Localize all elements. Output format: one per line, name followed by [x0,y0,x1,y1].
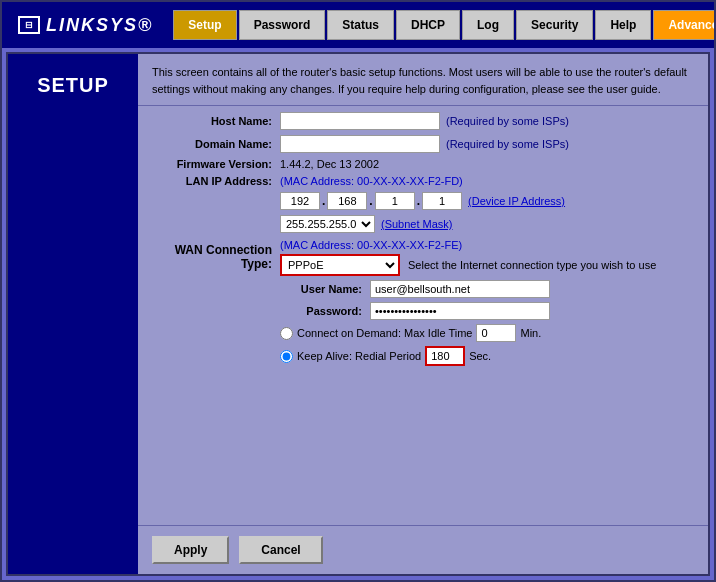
lan-ip-label-row: LAN IP Address: (MAC Address: 00-XX-XX-X… [150,175,696,187]
domain-name-hint: (Required by some ISPs) [446,138,569,150]
username-input[interactable] [370,280,550,298]
ip-octet-4[interactable] [422,192,462,210]
cancel-button[interactable]: Cancel [239,536,322,564]
subnet-mask-link[interactable]: (Subnet Mask) [381,218,453,230]
lan-ip-label: LAN IP Address: [150,175,280,187]
wan-hint: Select the Internet connection type you … [408,259,656,271]
tab-password[interactable]: Password [239,10,326,40]
tab-setup[interactable]: Setup [173,10,236,40]
ip-octet-1[interactable] [280,192,320,210]
tab-log[interactable]: Log [462,10,514,40]
keep-alive-label: Keep Alive: Redial Period [297,350,421,362]
keep-alive-unit: Sec. [469,350,491,362]
domain-name-label: Domain Name: [150,138,280,150]
lan-ip-inputs-row: . . . (Device IP Address) [280,192,696,210]
password-label: Password: [280,305,370,317]
ip-octet-3[interactable] [375,192,415,210]
keep-alive-input[interactable] [425,346,465,366]
tab-dhcp[interactable]: DHCP [396,10,460,40]
password-row: Password: [280,302,696,320]
logo-icon: ⊟ [18,16,40,34]
sidebar: SETUP [8,54,138,574]
firmware-value: 1.44.2, Dec 13 2002 [280,158,379,170]
connect-demand-radio[interactable] [280,327,293,340]
connect-demand-row: Connect on Demand: Max Idle Time Min. [280,324,696,342]
connect-demand-label: Connect on Demand: Max Idle Time [297,327,472,339]
connect-demand-unit: Min. [520,327,541,339]
lan-mac-address: (MAC Address: 00-XX-XX-XX-F2-FD) [280,175,463,187]
form-area: Host Name: (Required by some ISPs) Domai… [138,106,708,525]
subnet-row: 255.255.255.0 255.255.0.0 255.0.0.0 (Sub… [280,215,696,233]
wan-mac-address: (MAC Address: 00-XX-XX-XX-F2-FE) [280,239,696,251]
host-name-label: Host Name: [150,115,280,127]
tab-security[interactable]: Security [516,10,593,40]
top-navigation: ⊟ LINKSYS® Setup Password Status DHCP Lo… [2,2,714,48]
keep-alive-radio[interactable] [280,350,293,363]
host-name-input[interactable] [280,112,440,130]
wan-select-row: PPPoE DHCP Static IP PPPoE Select the In… [280,254,696,276]
subnet-select[interactable]: 255.255.255.0 255.255.0.0 255.0.0.0 [280,215,375,233]
firmware-row: Firmware Version: 1.44.2, Dec 13 2002 [150,158,696,170]
host-name-row: Host Name: (Required by some ISPs) [150,112,696,130]
firmware-label: Firmware Version: [150,158,280,170]
tab-advanced[interactable]: Advanced [653,10,716,40]
lan-ip-section: LAN IP Address: (MAC Address: 00-XX-XX-X… [150,175,696,233]
wan-right: (MAC Address: 00-XX-XX-XX-F2-FE) PPPoE D… [280,239,696,370]
username-row: User Name: [280,280,696,298]
description-box: This screen contains all of the router's… [138,54,708,106]
button-row: Apply Cancel [138,525,708,574]
sidebar-title: SETUP [37,74,109,97]
username-label: User Name: [280,283,370,295]
ip-address-group: . . . [280,192,462,210]
password-input[interactable] [370,302,550,320]
ip-octet-2[interactable] [327,192,367,210]
apply-button[interactable]: Apply [152,536,229,564]
wan-section: WAN Connection Type: (MAC Address: 00-XX… [150,239,696,370]
wan-type-label: WAN Connection Type: [150,239,280,271]
wan-label-row: WAN Connection Type: (MAC Address: 00-XX… [150,239,696,370]
host-name-hint: (Required by some ISPs) [446,115,569,127]
domain-name-row: Domain Name: (Required by some ISPs) [150,135,696,153]
tab-status[interactable]: Status [327,10,394,40]
description-text: This screen contains all of the router's… [152,66,687,95]
nav-tabs: Setup Password Status DHCP Log Security … [173,2,716,48]
tab-help[interactable]: Help [595,10,651,40]
wan-type-select[interactable]: PPPoE DHCP Static IP PPPoE [280,254,400,276]
connect-demand-input[interactable] [476,324,516,342]
domain-name-input[interactable] [280,135,440,153]
logo-text: LINKSYS® [46,15,153,36]
keep-alive-row: Keep Alive: Redial Period Sec. [280,346,696,366]
right-panel: This screen contains all of the router's… [138,54,708,574]
pppoe-fields: User Name: Password: Connect on Demand: [280,280,696,366]
logo-area: ⊟ LINKSYS® [8,11,163,40]
device-ip-link[interactable]: (Device IP Address) [468,195,565,207]
